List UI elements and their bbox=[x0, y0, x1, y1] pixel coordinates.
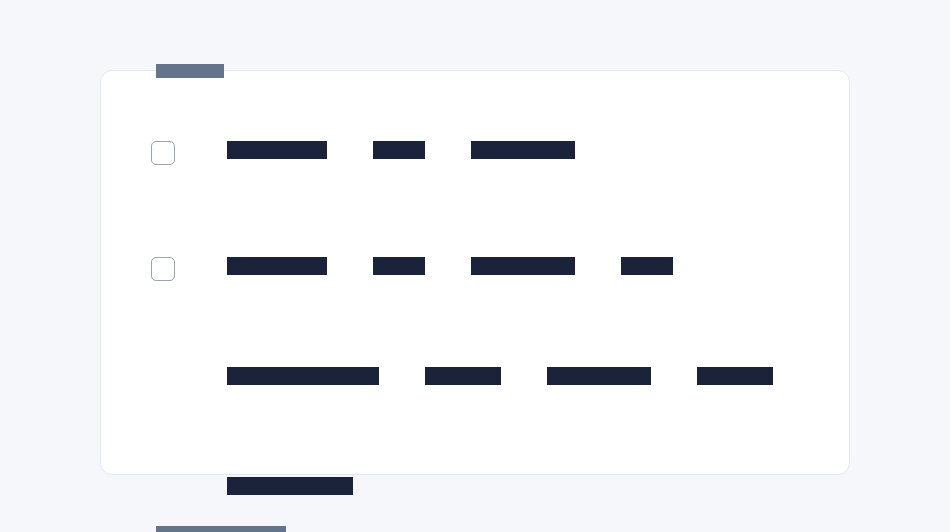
redacted-word bbox=[373, 257, 425, 275]
redacted-word bbox=[471, 141, 575, 159]
tab-label[interactable] bbox=[156, 64, 224, 78]
redacted-word bbox=[547, 367, 651, 385]
option-row-1 bbox=[151, 131, 799, 165]
option-1-checkbox[interactable] bbox=[151, 141, 175, 165]
option-1-text bbox=[227, 131, 799, 159]
redacted-word bbox=[227, 257, 327, 275]
redacted-word bbox=[621, 257, 673, 275]
section-label bbox=[156, 526, 286, 532]
redacted-word bbox=[227, 141, 327, 159]
redacted-word bbox=[373, 141, 425, 159]
redacted-word bbox=[471, 257, 575, 275]
redacted-word bbox=[697, 367, 773, 385]
redacted-word bbox=[227, 367, 379, 385]
option-2-text bbox=[227, 247, 799, 495]
redacted-word bbox=[425, 367, 501, 385]
options-card bbox=[100, 70, 850, 475]
option-row-2 bbox=[151, 247, 799, 495]
option-2-checkbox[interactable] bbox=[151, 257, 175, 281]
redacted-word bbox=[227, 477, 353, 495]
